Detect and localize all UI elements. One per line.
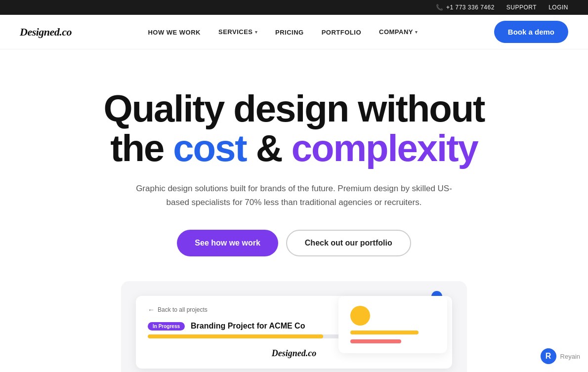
back-arrow-icon: ← (148, 306, 155, 314)
phone-icon: 📞 (436, 4, 443, 11)
watermark-icon: R (541, 348, 556, 364)
logo[interactable]: Designed.co (20, 26, 72, 39)
logo-preview: Designed.co (272, 348, 316, 359)
see-how-we-work-button[interactable]: See how we work (177, 230, 278, 256)
watermark-label: Reyain (560, 353, 580, 360)
project-title: Branding Project for ACME Co (191, 322, 305, 331)
watermark: R Reyain (541, 348, 580, 364)
progress-bar-fill (148, 334, 323, 338)
topbar: 📞 +1 773 336 7462 SUPPORT LOGIN (0, 0, 588, 15)
red-bar (350, 339, 401, 343)
nav-links: HOW WE WORK SERVICES ▾ PRICING PORTFOLIO… (148, 28, 418, 37)
nav-item-portfolio[interactable]: PORTFOLIO (322, 28, 361, 37)
hero-subtitle: Graphic design solutions built for brand… (136, 182, 452, 210)
yellow-circle (350, 306, 370, 326)
dashboard-background: ← Back to all projects In Progress Brand… (121, 281, 467, 372)
chevron-down-icon: ▾ (255, 30, 258, 35)
support-link[interactable]: SUPPORT (506, 4, 537, 11)
nav-item-pricing[interactable]: PRICING (275, 28, 304, 37)
book-demo-button[interactable]: Book a demo (494, 21, 568, 43)
navbar: Designed.co HOW WE WORK SERVICES ▾ PRICI… (0, 15, 588, 49)
login-link[interactable]: LOGIN (548, 4, 568, 11)
dashboard-preview: ← Back to all projects In Progress Brand… (82, 281, 506, 372)
nav-item-services[interactable]: SERVICES ▾ (218, 28, 257, 36)
phone-link[interactable]: +1 773 336 7462 (446, 4, 495, 11)
chevron-down-icon: ▾ (415, 30, 418, 35)
nav-item-how-we-work[interactable]: HOW WE WORK (148, 28, 201, 37)
nav-item-company[interactable]: COMPANY ▾ (379, 28, 418, 36)
second-dashboard-card (338, 296, 447, 353)
check-portfolio-button[interactable]: Check out our portfolio (286, 230, 411, 256)
hero-buttons: See how we work Check out our portfolio (82, 230, 506, 256)
hero-title: Quality design without the cost & comple… (82, 89, 506, 168)
in-progress-badge: In Progress (148, 322, 185, 331)
phone-info: 📞 +1 773 336 7462 (436, 4, 495, 11)
hero-section: Quality design without the cost & comple… (72, 49, 516, 372)
yellow-bar (350, 331, 419, 334)
